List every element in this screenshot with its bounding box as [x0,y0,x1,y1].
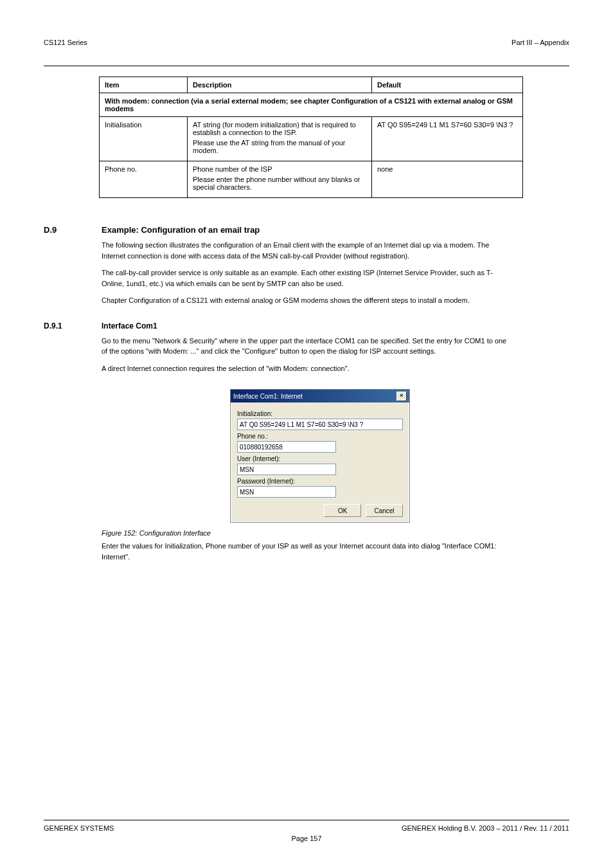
input-user[interactable] [237,464,336,475]
table-row: Initialisation AT string (for modem init… [100,117,523,161]
cell-item-0: Initialisation [100,117,188,161]
dialog-interface-com1: Interface Com1: Internet × Initializatio… [230,389,410,523]
cell-item-1: Phone no. [100,161,188,198]
sec-d91-title: Interface Com1 [102,321,157,330]
sec-d9-p0: The following section illustrates the co… [102,240,513,261]
header-right: Part III – Appendix [511,39,569,46]
header-rule [44,66,569,66]
cell-desc-1-l1: Please enter the phone number without an… [193,176,366,191]
footer-rule [44,820,569,820]
header-left: CS121 Series [44,39,87,46]
config-table: Item Description Default With modem: con… [99,77,523,198]
label-user: User (Internet): [237,455,403,462]
ok-button[interactable]: OK [324,504,361,517]
col-desc: Description [188,77,372,93]
cell-desc-0-l0: AT string (for modem initialization) tha… [193,121,366,136]
dialog-title: Interface Com1: Internet [233,393,303,400]
sec-d9-title: Example: Configuration of an email trap [102,225,260,235]
input-phone[interactable] [237,441,336,453]
close-icon[interactable]: × [396,392,407,401]
footer-page: Page 157 [291,835,321,842]
col-item: Item [100,77,188,93]
footer-left: GENEREX SYSTEMS [44,824,114,832]
cell-desc-0-l1: Please use the AT string from the manual… [193,139,366,154]
label-pass: Password (Internet): [237,478,403,485]
cell-def-0: AT Q0 S95=249 L1 M1 S7=60 S30=9 \N3 ? [372,117,523,161]
sec-d9-p2: Chapter Configuration of a CS121 with ex… [102,295,513,306]
cell-desc-1-l0: Phone number of the ISP [193,165,366,173]
figure-after: Enter the values for Initialization, Pho… [102,541,513,562]
col-default: Default [372,77,523,93]
sec-d9-num: D.9 [44,225,102,235]
figure-caption: Figure 152: Configuration Interface [102,529,211,537]
sec-d91-p1: A direct Internet connection requires th… [102,363,513,374]
input-init[interactable] [237,419,403,430]
footer-right: GENEREX Holding B.V. 2003 – 2011 / Rev. … [402,824,569,832]
row-span: With modem: connection (via a serial ext… [100,93,523,117]
label-init: Initialization: [237,410,403,417]
input-pass[interactable] [237,486,336,498]
label-phone: Phone no.: [237,433,403,440]
sec-d91-p0: Go to the menu "Network & Security" wher… [102,336,513,357]
table-row: Phone no. Phone number of the ISP Please… [100,161,523,198]
page-footer: GENEREX SYSTEMS GENEREX Holding B.V. 200… [44,820,569,842]
cell-desc-1: Phone number of the ISP Please enter the… [188,161,372,198]
sec-d9-p1: The call-by-call provider service is onl… [102,267,513,289]
dialog-titlebar[interactable]: Interface Com1: Internet × [231,390,409,402]
cancel-button[interactable]: Cancel [366,504,403,517]
sec-d91-num: D.9.1 [44,321,102,330]
cell-def-1: none [372,161,523,198]
cell-desc-0: AT string (for modem initialization) tha… [188,117,372,161]
